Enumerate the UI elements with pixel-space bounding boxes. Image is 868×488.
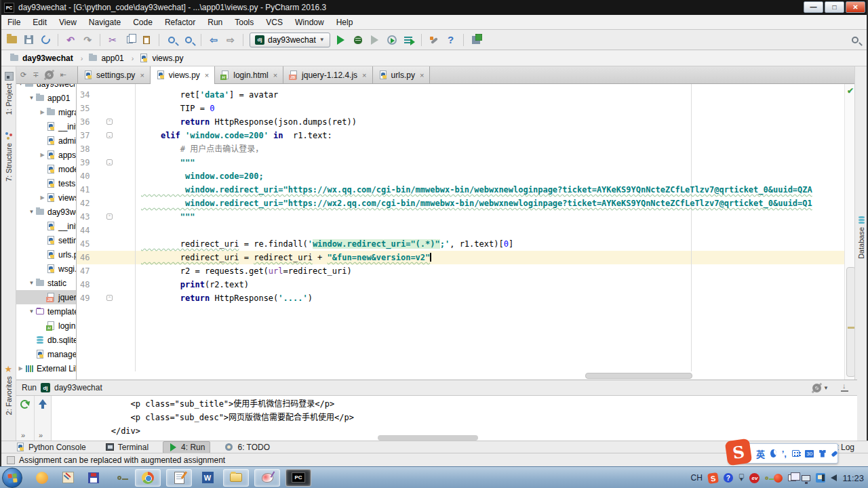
tree-row-apps.py[interactable]: apps.py [16, 148, 76, 162]
tab-close-icon[interactable]: × [205, 71, 209, 79]
gutter-line-number[interactable]: 44 [77, 224, 135, 237]
profiler-icon[interactable] [386, 34, 398, 46]
tree-row-wsgi.py[interactable]: wsgi.py [16, 262, 76, 276]
tool-window-button-terminal[interactable]: Terminal [100, 442, 153, 453]
tree-row-admin.py[interactable]: admin.py [16, 134, 76, 148]
tree-row-migrations[interactable]: migrations [16, 105, 76, 119]
forward-icon[interactable]: ⇨ [224, 34, 237, 46]
tab-close-icon[interactable]: × [273, 71, 277, 79]
tool-window-button-4-run[interactable]: 4: Run [163, 441, 210, 453]
code-line-47[interactable]: r2 = requests.get(url=redirect_uri) [136, 264, 844, 278]
maximize-button[interactable]: □ [825, 1, 844, 13]
gutter-line-number[interactable]: 45 [77, 237, 135, 251]
more-actions-icon[interactable]: » [39, 431, 43, 439]
code-line-38[interactable]: # 用户点击确认登录， [136, 142, 844, 156]
tree-down-arrow-icon[interactable] [18, 84, 24, 87]
tree-right-arrow-icon[interactable] [39, 109, 45, 115]
breadcrumb-item-views.py[interactable]: views.py [136, 54, 186, 63]
ime-settings-icon[interactable] [831, 450, 837, 457]
menu-item-window[interactable]: Window [289, 16, 330, 28]
tree-row-tests.py[interactable]: tests.py [16, 176, 76, 190]
tree-down-arrow-icon[interactable] [28, 280, 35, 286]
gutter-line-number[interactable]: 49 [77, 291, 135, 305]
copy-icon[interactable] [123, 34, 136, 46]
gutter-line-number[interactable]: 47 [77, 264, 135, 278]
breadcrumb-item-day93wechat[interactable]: day93wechat› [7, 54, 85, 63]
gutter-line-number[interactable]: 48 [77, 278, 135, 291]
fold-up-icon[interactable]: ⌃ [106, 295, 113, 301]
code-line-44[interactable] [136, 224, 844, 237]
tree-down-arrow-icon[interactable] [28, 95, 35, 101]
code-line-36[interactable]: return HttpResponse(json.dumps(ret)) [136, 115, 844, 129]
app-disk-tool[interactable] [83, 469, 104, 487]
close-button[interactable]: ✕ [846, 1, 865, 13]
code-line-34[interactable]: ret['data'] = avatar [136, 88, 844, 102]
tree-row-db.sqlite3[interactable]: db.sqlite3 [16, 333, 76, 347]
code-line-49[interactable]: return HttpResponse('....') [136, 291, 844, 305]
up-stack-trace-icon[interactable] [39, 399, 47, 409]
tree-row-app01[interactable]: app01 [16, 91, 76, 105]
help-icon[interactable]: ? [445, 34, 457, 46]
code-line-42[interactable]: window.redirect_uri="https://wx2.qq.com/… [136, 197, 844, 210]
app-word[interactable]: W [197, 469, 218, 487]
code-line-48[interactable]: print(r2.text) [136, 278, 844, 291]
tree-right-arrow-icon[interactable] [39, 195, 45, 201]
tree-row-login.html[interactable]: Hlogin.html [16, 319, 76, 333]
gutter-line-number[interactable]: 34 [77, 88, 135, 102]
menu-item-vcs[interactable]: VCS [260, 16, 289, 28]
tree-right-arrow-icon[interactable] [39, 152, 45, 158]
menu-item-edit[interactable]: Edit [26, 16, 53, 28]
scroll-from-source-icon[interactable]: ⟳ [20, 70, 26, 79]
editor-tab-views.py[interactable]: views.py× [151, 66, 215, 84]
gutter-line-number[interactable]: 43 [77, 210, 135, 224]
gutter-line-number[interactable]: 40 [77, 169, 135, 183]
volume-tray-icon[interactable] [831, 474, 837, 481]
sync-icon[interactable] [39, 34, 52, 46]
code-line-45[interactable]: redirect_uri = re.findall('window.redire… [136, 237, 844, 251]
tab-close-icon[interactable]: × [362, 71, 366, 79]
tree-down-arrow-icon[interactable] [28, 308, 35, 314]
minimize-button[interactable]: — [804, 1, 823, 13]
run-settings-gear-icon[interactable] [812, 384, 821, 392]
network-tray-icon[interactable] [802, 475, 810, 481]
hide-panel-icon[interactable]: ⇤ [60, 70, 66, 79]
tool-tab-database[interactable]: Database [855, 216, 867, 259]
menu-item-refactor[interactable]: Refactor [159, 16, 201, 28]
app-explorer[interactable] [223, 469, 249, 487]
code-line-40[interactable]: window.code=200; [136, 169, 844, 183]
menu-item-tools[interactable]: Tools [229, 16, 260, 28]
replace-icon[interactable] [182, 34, 195, 46]
fold-down-icon[interactable]: ⌄ [106, 132, 113, 138]
ime-skin-icon[interactable] [819, 450, 825, 458]
gutter-line-number[interactable]: 42 [77, 197, 135, 210]
tree-row-manage.py[interactable]: manage.py [16, 347, 76, 361]
tool-window-button-python-console[interactable]: Python Console [11, 442, 91, 453]
editor-tab-login.html[interactable]: Hlogin.html× [215, 66, 283, 83]
paste-icon[interactable] [140, 34, 153, 46]
app-key-tool[interactable] [109, 469, 130, 487]
red-dot-tray-icon[interactable] [774, 474, 783, 483]
menu-item-file[interactable]: File [1, 16, 26, 28]
run-configuration-select[interactable]: dj day93wechat ▼ [250, 33, 330, 47]
menu-item-run[interactable]: Run [201, 16, 229, 28]
tree-row-jquery-1.12.4.js[interactable]: JSjquery-1.12.4.js [16, 290, 76, 304]
editor-tab-urls.py[interactable]: urls.py× [373, 66, 431, 83]
tree-row-day93wechat[interactable]: day93wechat [16, 84, 76, 91]
code-line-37[interactable]: elif 'window.code=200' in r1.text: [136, 129, 844, 142]
debug-icon[interactable] [352, 34, 364, 46]
tree-row-settings.py[interactable]: settings.py [16, 233, 76, 247]
code-line-46[interactable]: redirect_uri = redirect_uri + "&fun=new&… [136, 251, 844, 264]
fold-up-icon[interactable]: ⌃ [106, 214, 113, 220]
app-pycharm[interactable]: PC [285, 469, 311, 487]
editor-horizontal-scrollbar[interactable] [585, 373, 692, 379]
tray-language-indicator[interactable]: CH [691, 473, 703, 483]
tree-row-views.py[interactable]: views.py [16, 190, 76, 205]
tray-clock[interactable]: 11:23 [842, 473, 864, 483]
tree-down-arrow-icon[interactable] [28, 209, 35, 215]
tool-tab-project[interactable]: 1: Project [1, 72, 16, 115]
gutter-line-number[interactable]: 46 [77, 251, 135, 264]
tree-right-arrow-icon[interactable] [18, 365, 24, 371]
run-icon[interactable] [335, 34, 347, 46]
ime-language-toggle[interactable]: 英 [756, 447, 765, 460]
undo-icon[interactable]: ↶ [64, 34, 77, 46]
